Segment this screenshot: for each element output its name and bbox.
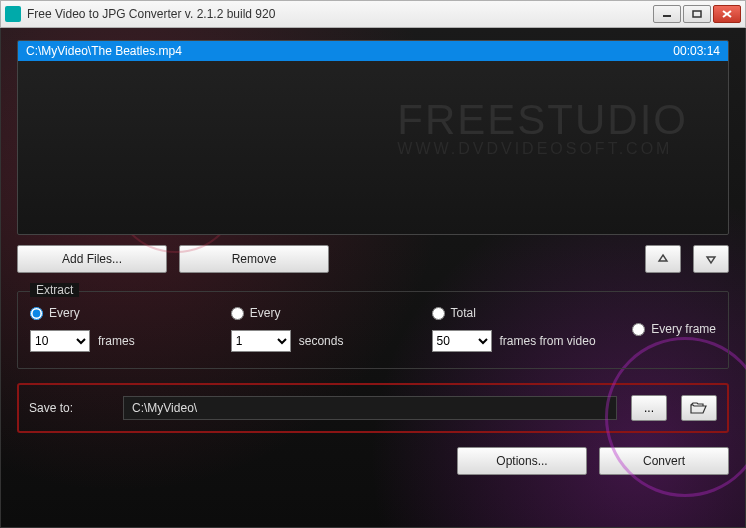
window-controls [653, 5, 741, 23]
browse-button[interactable]: ... [631, 395, 667, 421]
file-list-row[interactable]: C:\MyVideo\The Beatles.mp4 00:03:14 [18, 41, 728, 61]
titlebar: Free Video to JPG Converter v. 2.1.2 bui… [0, 0, 746, 28]
move-down-button[interactable] [693, 245, 729, 273]
arrow-down-icon [705, 253, 717, 265]
maximize-icon [692, 10, 702, 18]
radio-every-frame[interactable]: Every frame [632, 322, 716, 336]
radio-total-label: Total [451, 306, 476, 320]
radio-total-input[interactable] [432, 307, 445, 320]
watermark-title: FREESTUDIO [397, 96, 688, 144]
every-frames-unit: frames [98, 334, 135, 348]
radio-every-frames-label: Every [49, 306, 80, 320]
maximize-button[interactable] [683, 5, 711, 23]
open-folder-icon [690, 402, 708, 414]
svg-rect-1 [693, 11, 701, 17]
radio-every-frames[interactable]: Every [30, 306, 231, 320]
close-icon [722, 10, 732, 18]
arrow-up-icon [657, 253, 669, 265]
save-to-input[interactable] [123, 396, 617, 420]
minimize-button[interactable] [653, 5, 681, 23]
radio-every-seconds[interactable]: Every [231, 306, 432, 320]
app-body: C:\MyVideo\The Beatles.mp4 00:03:14 FREE… [0, 28, 746, 528]
file-duration: 00:03:14 [673, 44, 720, 58]
radio-total[interactable]: Total [432, 306, 633, 320]
total-select[interactable]: 50 [432, 330, 492, 352]
total-unit: frames from video [500, 334, 596, 348]
file-path: C:\MyVideo\The Beatles.mp4 [26, 44, 673, 58]
every-seconds-select[interactable]: 1 [231, 330, 291, 352]
close-button[interactable] [713, 5, 741, 23]
watermark-subtitle: WWW.DVDVIDEOSOFT.COM [397, 140, 688, 158]
every-seconds-unit: seconds [299, 334, 344, 348]
open-folder-button[interactable] [681, 395, 717, 421]
footer-buttons: Options... Convert [17, 447, 729, 475]
radio-every-seconds-label: Every [250, 306, 281, 320]
radio-every-seconds-input[interactable] [231, 307, 244, 320]
app-icon [5, 6, 21, 22]
file-buttons-row: Add Files... Remove [17, 245, 729, 273]
radio-every-frame-label: Every frame [651, 322, 716, 336]
file-list[interactable]: C:\MyVideo\The Beatles.mp4 00:03:14 FREE… [17, 40, 729, 235]
radio-every-frames-input[interactable] [30, 307, 43, 320]
move-up-button[interactable] [645, 245, 681, 273]
extract-group: Extract Every 10 frames Every 1 [17, 291, 729, 369]
radio-every-frame-input[interactable] [632, 323, 645, 336]
watermark: FREESTUDIO WWW.DVDVIDEOSOFT.COM [397, 96, 688, 158]
minimize-icon [662, 10, 672, 18]
add-files-button[interactable]: Add Files... [17, 245, 167, 273]
convert-button[interactable]: Convert [599, 447, 729, 475]
remove-button[interactable]: Remove [179, 245, 329, 273]
window-title: Free Video to JPG Converter v. 2.1.2 bui… [27, 7, 653, 21]
every-frames-select[interactable]: 10 [30, 330, 90, 352]
options-button[interactable]: Options... [457, 447, 587, 475]
extract-group-label: Extract [30, 283, 79, 297]
save-to-row: Save to: ... [17, 383, 729, 433]
save-to-label: Save to: [29, 401, 109, 415]
